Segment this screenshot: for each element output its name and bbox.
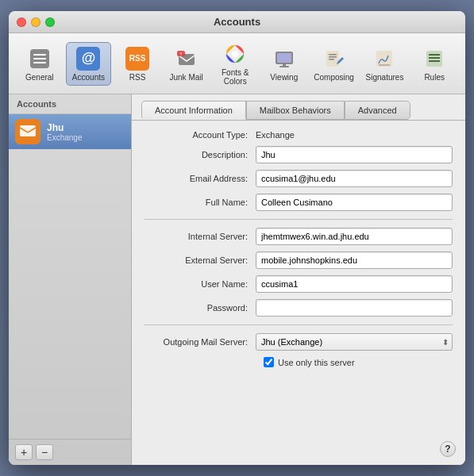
svg-rect-14	[329, 54, 337, 56]
email-row: Email Address:	[145, 170, 453, 187]
description-row: Description:	[145, 146, 453, 163]
toolbar-rss[interactable]: RSS RSS	[114, 43, 160, 85]
rss-label: RSS	[129, 73, 146, 82]
use-only-server-label: Use only this server	[278, 358, 355, 367]
svg-rect-17	[376, 51, 392, 67]
accounts-icon: @	[75, 46, 101, 71]
toolbar: General @ Accounts RSS RSS ! Junk	[9, 33, 465, 94]
use-only-server-row: Use only this server	[145, 357, 453, 367]
internal-server-label: Internal Server:	[145, 232, 256, 241]
email-input[interactable]	[256, 170, 453, 187]
toolbar-composing[interactable]: Composing	[310, 43, 358, 85]
rss-icon: RSS	[125, 46, 150, 71]
password-label: Password:	[145, 303, 256, 313]
junk-mail-icon: !	[174, 46, 199, 71]
use-only-server-checkbox[interactable]	[264, 357, 274, 367]
rules-label: Rules	[424, 73, 445, 82]
svg-rect-16	[329, 59, 334, 60]
remove-account-button[interactable]: −	[36, 444, 53, 460]
help-button[interactable]: ?	[440, 441, 456, 457]
account-name-jhu: Jhu	[47, 122, 82, 133]
form-area: Account Type: Exchange Description: Emai…	[132, 121, 465, 465]
title-bar: Accounts	[9, 11, 465, 33]
description-label: Description:	[145, 150, 256, 159]
external-server-input[interactable]	[256, 251, 453, 269]
svg-rect-15	[329, 56, 337, 58]
fullname-label: Full Name:	[145, 198, 256, 207]
toolbar-rules[interactable]: Rules	[411, 43, 457, 85]
tab-advanced[interactable]: Advanced	[345, 101, 410, 120]
password-row: Password:	[145, 299, 453, 317]
rules-icon	[422, 46, 447, 71]
tabs: Account Information Mailbox Behaviors Ad…	[132, 94, 465, 121]
sidebar: Accounts Jhu Exchange +	[9, 94, 132, 465]
svg-rect-23	[20, 125, 36, 136]
password-input[interactable]	[256, 299, 453, 317]
svg-rect-21	[429, 57, 440, 59]
toolbar-junk-mail[interactable]: ! Junk Mail	[164, 43, 210, 85]
sidebar-header: Accounts	[9, 94, 131, 114]
junk-mail-label: Junk Mail	[170, 73, 203, 82]
svg-rect-1	[33, 54, 46, 56]
close-button[interactable]	[17, 17, 26, 27]
right-panel: Account Information Mailbox Behaviors Ad…	[132, 94, 465, 465]
accounts-label: Accounts	[72, 73, 105, 82]
username-row: User Name:	[145, 275, 453, 293]
svg-rect-11	[279, 66, 289, 67]
viewing-label: Viewing	[270, 73, 298, 82]
viewing-icon	[272, 46, 297, 71]
fonts-colors-label: Fonts & Colors	[217, 68, 253, 86]
sidebar-account-jhu[interactable]: Jhu Exchange	[9, 114, 131, 149]
toolbar-signatures[interactable]: Signatures	[361, 43, 409, 85]
svg-text:!: !	[180, 52, 182, 56]
signatures-icon	[372, 46, 397, 71]
add-account-button[interactable]: +	[15, 444, 33, 460]
svg-rect-12	[283, 64, 286, 66]
account-info-jhu: Jhu Exchange	[47, 122, 82, 142]
composing-icon	[322, 46, 347, 71]
tab-account-information[interactable]: Account Information	[141, 101, 246, 120]
account-type-jhu: Exchange	[47, 133, 82, 142]
internal-server-input[interactable]	[256, 228, 453, 245]
svg-rect-3	[33, 62, 46, 63]
traffic-lights	[17, 17, 55, 27]
toolbar-accounts[interactable]: @ Accounts	[66, 42, 112, 86]
svg-rect-20	[429, 54, 440, 56]
username-label: User Name:	[145, 279, 256, 289]
sidebar-footer: + −	[9, 439, 131, 465]
fullname-row: Full Name:	[145, 194, 453, 211]
external-server-row: External Server:	[145, 251, 453, 269]
general-label: General	[25, 73, 54, 82]
toolbar-fonts-colors[interactable]: Fonts & Colors	[212, 38, 258, 89]
email-label: Email Address:	[145, 174, 256, 183]
minimize-button[interactable]	[31, 17, 40, 27]
account-type-label: Account Type:	[145, 130, 256, 140]
fullname-input[interactable]	[256, 194, 453, 211]
signatures-label: Signatures	[366, 73, 404, 82]
svg-point-8	[232, 51, 238, 57]
internal-server-row: Internal Server:	[145, 228, 453, 245]
composing-label: Composing	[314, 73, 354, 82]
account-type-value: Exchange	[256, 130, 295, 140]
toolbar-viewing[interactable]: Viewing	[261, 43, 307, 85]
svg-rect-2	[33, 58, 46, 60]
outgoing-server-select[interactable]: Jhu (Exchange) None	[256, 333, 453, 351]
external-server-label: External Server:	[145, 255, 256, 265]
outgoing-server-select-wrap: Jhu (Exchange) None ⬍	[256, 333, 453, 351]
svg-rect-22	[429, 60, 440, 62]
general-icon	[27, 46, 52, 71]
username-input[interactable]	[256, 275, 453, 293]
main-content: Accounts Jhu Exchange +	[9, 94, 465, 465]
tab-mailbox-behaviors[interactable]: Mailbox Behaviors	[246, 101, 345, 120]
fonts-colors-icon	[222, 41, 248, 67]
toolbar-general[interactable]: General	[17, 43, 63, 85]
account-icon-jhu	[15, 119, 40, 144]
description-input[interactable]	[256, 146, 453, 163]
sidebar-items: Jhu Exchange	[9, 114, 131, 439]
outgoing-server-row: Outgoing Mail Server: Jhu (Exchange) Non…	[145, 333, 453, 351]
svg-rect-10	[277, 53, 291, 63]
main-window: Accounts General @ Accounts RSS	[9, 11, 465, 465]
maximize-button[interactable]	[45, 17, 55, 27]
outgoing-server-label: Outgoing Mail Server:	[145, 337, 256, 347]
separator-2	[145, 324, 453, 325]
